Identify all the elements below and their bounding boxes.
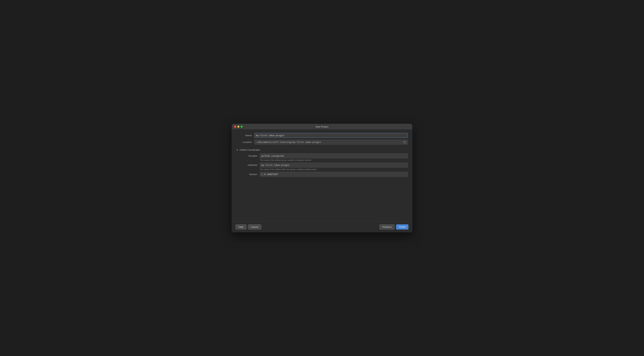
artifactid-row: ArtifactId: The name of the artifact wit… [240,163,408,170]
folder-browse-button[interactable] [402,140,408,144]
close-button[interactable] [234,125,236,128]
title-bar: New Project [232,124,412,129]
name-row: Name: [236,133,408,138]
version-label: Version: [240,172,260,176]
footer-right-buttons: Previous Finish [380,224,408,230]
artifact-form: GroupId: The name of the artifact group,… [236,153,408,178]
location-text: ~/Documents/self-learning/my-first-idea-… [254,140,402,144]
version-field-container [260,172,408,177]
location-label: Location: [236,141,254,143]
artifact-section-header: ▼ Artifact Coordinates [236,148,408,151]
section-title: Artifact Coordinates [240,148,260,151]
window-title: New Project [316,125,328,128]
new-project-window: New Project Name: Location: ~/Documents/… [232,124,412,232]
name-label: Name: [236,134,254,137]
finish-button[interactable]: Finish [396,224,408,230]
traffic-lights [234,125,243,128]
location-input-container: ~/Documents/self-learning/my-first-idea-… [254,140,408,144]
footer-left-buttons: Help Cancel [236,224,261,230]
version-input[interactable] [260,172,408,177]
main-form: Name: Location: ~/Documents/self-learnin… [236,133,408,202]
minimize-button[interactable] [237,125,240,128]
artifactid-label: ArtifactId: [240,163,260,166]
name-input[interactable] [254,133,408,138]
artifactid-input[interactable] [260,163,408,167]
groupid-label: GroupId: [240,153,260,157]
folder-icon [403,141,406,144]
groupid-hint: The name of the artifact group, usually … [260,159,408,161]
groupid-field-container: The name of the artifact group, usually … [260,153,408,161]
location-row: Location: ~/Documents/self-learning/my-f… [236,140,408,144]
groupid-input[interactable] [260,153,408,158]
maximize-button[interactable] [240,125,243,128]
groupid-row: GroupId: The name of the artifact group,… [240,153,408,161]
footer: Help Cancel Previous Finish [232,222,412,232]
artifactid-field-container: The name of the artifact within the grou… [260,163,408,170]
help-button[interactable]: Help [236,224,246,230]
version-row: Version: [240,172,408,177]
cancel-button[interactable]: Cancel [248,224,261,230]
section-chevron-icon: ▼ [236,149,238,151]
previous-button[interactable]: Previous [380,224,395,230]
artifactid-hint: The name of the artifact within the grou… [260,168,408,170]
content-area: Name: Location: ~/Documents/self-learnin… [232,129,412,220]
